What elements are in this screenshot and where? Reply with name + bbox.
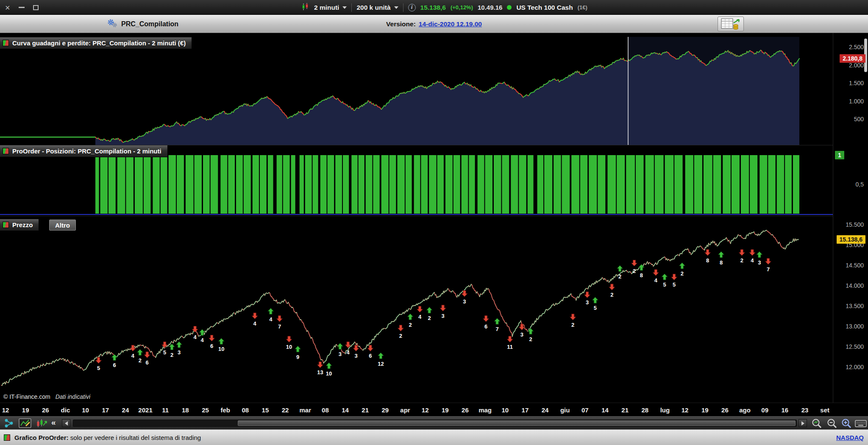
time-axis[interactable]: 121926dic1017242021111825feb081522mar081… xyxy=(0,403,868,416)
trade-marker-up-icon: 2 xyxy=(528,328,534,342)
trade-marker-up-icon: 2 xyxy=(169,344,175,358)
instrument-name: US Tech 100 Cash xyxy=(516,4,573,11)
trade-marker-down-icon: 2 xyxy=(632,260,637,274)
svg-text:7: 7 xyxy=(278,323,281,330)
equity-panel-tab[interactable]: Curva guadagni e perdite: PRC_Compilatio… xyxy=(0,37,192,49)
chart-settings-icon[interactable] xyxy=(19,418,32,430)
equity-curve-chart[interactable] xyxy=(0,37,833,145)
trade-marker-up-icon: 10 xyxy=(326,363,332,377)
trade-marker-up-icon: 5 xyxy=(592,297,598,312)
trade-marker-down-icon: 6 xyxy=(483,316,489,330)
prorealtime-window: × 2 minuti 200 k unità xyxy=(0,0,868,445)
scroll-left-button[interactable] xyxy=(62,419,70,427)
svg-text:4: 4 xyxy=(193,334,197,340)
keyboard-icon[interactable] xyxy=(855,419,867,430)
chart-scrollbar-thumb[interactable] xyxy=(238,420,796,426)
trade-marker-up-icon: 5 xyxy=(662,274,668,288)
trade-marker-down-icon: 2 xyxy=(570,314,576,328)
close-icon[interactable]: × xyxy=(5,3,10,12)
x-axis-label: 12 xyxy=(682,406,689,413)
svg-text:3: 3 xyxy=(178,349,181,356)
x-axis-label: 21 xyxy=(621,406,629,413)
version-label: Versione: xyxy=(386,20,416,28)
x-axis-label: 19 xyxy=(442,406,449,413)
axis-tick-label: 14.000 xyxy=(846,282,864,289)
minimize-icon[interactable] xyxy=(19,7,25,8)
svg-text:6: 6 xyxy=(210,343,213,349)
trade-marker-down-icon: 13 xyxy=(317,362,323,375)
instrument-bar: 2 minuti 200 k unità i 15.138,6 (+0,12%)… xyxy=(302,0,587,15)
svg-text:6: 6 xyxy=(113,362,116,368)
svg-text:4: 4 xyxy=(200,337,204,343)
trade-marker-down-icon: 7 xyxy=(277,316,283,330)
x-axis-label: 14 xyxy=(342,406,349,413)
backtest-icon[interactable] xyxy=(36,418,47,430)
x-axis-label: 14 xyxy=(601,406,609,413)
tab-altro[interactable]: Altro xyxy=(49,220,76,231)
price-chart[interactable]: 5642652344610447109131034361222423367113… xyxy=(0,216,833,403)
x-axis-label: 12 xyxy=(422,406,429,413)
positions-panel-tab[interactable]: ProOrder - Posizioni: PRC_Compilation - … xyxy=(0,145,168,157)
x-axis-label: ago xyxy=(739,406,751,413)
x-axis-label: 29 xyxy=(382,406,389,413)
svg-text:6: 6 xyxy=(484,323,487,330)
status-detail: solo per vedere i risultati del sistema … xyxy=(70,434,201,441)
trade-marker-down-icon: 4 xyxy=(749,250,755,264)
trade-marker-up-icon: 2 xyxy=(137,349,143,364)
x-axis-label: 24 xyxy=(542,406,549,413)
svg-text:9: 9 xyxy=(296,354,299,360)
trade-marker-down-icon: 5 xyxy=(671,274,677,288)
x-axis-label: 15 xyxy=(262,406,269,413)
x-axis-label: 26 xyxy=(721,406,729,413)
units-dropdown[interactable]: 200 k unità xyxy=(356,4,398,11)
x-axis-label: 24 xyxy=(122,406,129,413)
trade-marker-down-icon: 6 xyxy=(367,345,373,359)
version-info: Versione: 14-dic-2020 12.19.00 xyxy=(386,15,482,33)
svg-text:5: 5 xyxy=(163,349,166,356)
arrow-left-icon xyxy=(65,421,68,426)
mini-chart-icon xyxy=(4,434,10,441)
x-axis-label: 10 xyxy=(82,406,89,413)
trade-marker-down-icon: 5 xyxy=(96,357,102,371)
svg-text:10: 10 xyxy=(218,346,224,352)
svg-text:3: 3 xyxy=(463,298,466,305)
exchange-link[interactable]: NASDAQ xyxy=(836,434,864,441)
share-icon[interactable] xyxy=(3,418,14,430)
timeframe-dropdown[interactable]: 2 minuti xyxy=(314,4,347,11)
svg-text:6: 6 xyxy=(369,353,372,359)
maximize-icon[interactable] xyxy=(33,5,39,10)
trade-marker-up-icon: 2 xyxy=(679,263,685,277)
version-link[interactable]: 14-dic-2020 12.19.00 xyxy=(419,20,482,28)
axis-tick-label: 1.000 xyxy=(849,98,864,105)
axis-tick-label: 1.500 xyxy=(849,80,864,86)
trade-marker-down-icon: 3 xyxy=(353,345,359,359)
x-axis-label: 28 xyxy=(641,406,648,413)
svg-text:5: 5 xyxy=(97,365,100,371)
svg-text:3: 3 xyxy=(354,353,357,359)
tab-prezzo[interactable]: Prezzo xyxy=(0,219,39,231)
report-button[interactable] xyxy=(718,17,744,31)
trade-marker-up-icon: 3 xyxy=(757,251,762,266)
svg-text:5: 5 xyxy=(594,305,597,311)
report-table-icon xyxy=(721,18,740,30)
positions-panel-title: ProOrder - Posizioni: PRC_Compilation - … xyxy=(12,147,161,155)
svg-text:8: 8 xyxy=(640,272,643,278)
trade-marker-down-icon: 3 xyxy=(584,292,590,306)
svg-text:4: 4 xyxy=(253,320,257,327)
x-axis-label: 19 xyxy=(701,406,709,413)
svg-text:4: 4 xyxy=(751,257,754,264)
svg-text:12: 12 xyxy=(378,361,384,367)
trade-marker-down-icon: 8 xyxy=(705,250,711,264)
info-icon[interactable]: i xyxy=(408,4,416,11)
svg-text:2: 2 xyxy=(681,270,684,277)
svg-text:3: 3 xyxy=(586,299,589,306)
mini-chart-icon xyxy=(3,40,9,46)
collapse-toolbar-icon[interactable]: « xyxy=(51,418,56,427)
quote-time: 10.49.16 xyxy=(478,4,502,11)
trade-marker-up-icon: 9 xyxy=(295,346,301,360)
x-axis-label: feb xyxy=(220,406,230,413)
scroll-right-button[interactable] xyxy=(798,419,807,427)
svg-text:2: 2 xyxy=(409,322,412,328)
mini-chart-icon xyxy=(3,148,9,154)
chart-scrollbar-track[interactable] xyxy=(73,420,797,427)
